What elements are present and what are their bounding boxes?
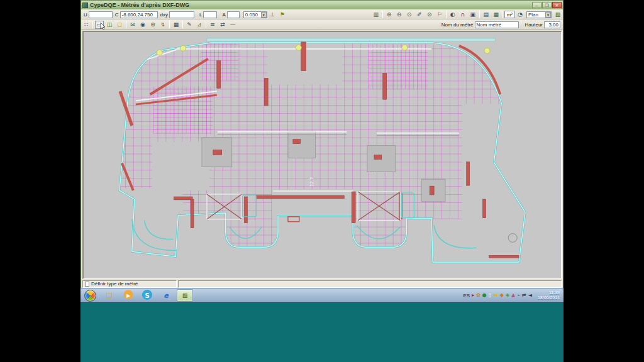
taskbar-media-player[interactable]: ▶ [120,289,136,302]
unlock-icon[interactable]: ◫ [105,21,114,29]
tray-icon[interactable]: ◆ [500,292,504,299]
metre-name-label: Nom du métré [441,22,474,28]
u-field[interactable] [89,11,113,18]
zoom-in-icon[interactable]: ⊕ [385,11,394,19]
disc-icon[interactable]: ◉ [138,21,147,29]
coordinates-toolbar: U C -8.600,24.750 dxy L A 0.050 ▾ ⊥ ⚑ ▥ … [81,9,563,19]
balcony-arcs [132,219,477,251]
floor-plan: 12.7 [84,32,561,278]
close-button[interactable]: ✕ [552,2,562,8]
layers-icon[interactable]: ▥ [372,11,380,19]
tray-icon[interactable]: ◈ [506,292,509,299]
pan-icon[interactable]: ⚐ [435,11,444,19]
tray-icon[interactable]: ⇄ [522,292,526,299]
points-icon[interactable]: ∷ [82,21,91,29]
folder-icon[interactable]: ▧ [553,11,562,19]
edit-icon[interactable]: ✎ [185,21,194,29]
start-button[interactable] [84,290,96,302]
titlebar[interactable]: CypeDQE - Métrés d'après DXF-DWG – ❐ ✕ [81,1,563,9]
view-select[interactable]: Plan ▾ [526,11,552,18]
dash-icon[interactable]: — [228,21,237,29]
taskbar: ❏ ▶ S e ▨ ES ▸ ✿ ● ▯ ▬ ◆ ◈ ▲ ⌁ ⇄ ◄ 11:39… [80,288,564,302]
grid-icon[interactable]: ▦ [172,21,180,29]
sphere-icon[interactable]: ◔ [516,11,525,19]
field-label-c: C [115,12,119,18]
tray-icon[interactable]: ▸ [472,292,474,299]
dxy-field[interactable] [169,11,194,18]
height-field[interactable]: 3.00 [544,21,560,28]
cypedqe-window: CypeDQE - Métrés d'après DXF-DWG – ❐ ✕ U… [80,0,564,288]
taskbar-skype[interactable]: S [139,289,155,302]
clock-date: 18/06/2014 [538,295,560,300]
field-label-a: A [222,12,225,18]
field-label-dxy: dxy [160,12,168,18]
mail-icon[interactable]: ✉ [128,21,137,29]
height-label: Hauteur [525,22,543,28]
snap-select[interactable]: 0.050 ▾ [243,11,267,18]
tray-icon[interactable]: ▲ [511,292,515,299]
system-tray: ES ▸ ✿ ● ▯ ▬ ◆ ◈ ▲ ⌁ ⇄ ◄ 11:39 18/06/201… [463,290,564,300]
level-marker: 12.7 [309,177,314,187]
field-label-u: U [84,12,87,18]
measure-icon[interactable]: ✐ [415,11,424,19]
app-icon [82,3,88,8]
ortho-icon[interactable]: ⊥ [268,11,277,19]
print-icon[interactable]: ▦ [492,11,501,19]
square-meters-button[interactable]: m² [504,11,515,18]
magnet-snap-icon[interactable]: ∩ [458,11,467,19]
hint-icon [85,282,89,287]
zoom-previous-icon[interactable]: ⊘ [425,11,434,19]
status-hint: Définir type de métré [91,281,138,287]
sphere-icon[interactable]: ⊕ [148,21,157,29]
flag-icon[interactable]: ⚑ [278,11,287,19]
taskbar-explorer[interactable]: ❏ [101,289,118,302]
maximize-button[interactable]: ❐ [542,2,552,8]
zoom-extents-icon[interactable]: ⊙ [405,11,414,19]
zoom-out-icon[interactable]: ⊖ [395,11,404,19]
lightning-icon[interactable]: ↯ [158,21,167,29]
language-indicator[interactable]: ES [463,293,470,299]
speaker-icon[interactable]: ◄ [528,292,532,299]
a-field[interactable] [227,11,240,18]
frame-icon[interactable]: ▣ [469,11,477,19]
tray-icon[interactable]: ✿ [476,292,480,299]
l-field[interactable] [203,11,217,18]
coordinates-field[interactable]: -8.600,24.750 [120,11,158,18]
list-icon[interactable]: ≡ [208,21,217,29]
minimize-button[interactable]: – [532,2,541,8]
plan-grid [109,37,534,278]
clock-time: 11:39 [538,290,560,295]
tray-icon[interactable]: ▯ [489,292,491,299]
taskbar-clock[interactable]: 11:39 18/06/2014 [534,290,562,300]
metre-name-field[interactable]: Nom métré [475,21,519,28]
swap-icon[interactable]: ⇄ [218,21,227,29]
taskbar-internet-explorer[interactable]: e [158,289,174,302]
drawing-area[interactable]: 12.7 [82,31,562,279]
lock-icon[interactable]: ◻ [115,21,124,29]
video-frame: CypeDQE - Métrés d'après DXF-DWG – ❐ ✕ U… [0,0,644,362]
tray-icon[interactable]: ⌁ [517,292,520,299]
chevron-down-icon: ▾ [261,12,267,18]
tools-toolbar: ∷ ▭ ◫ ◻ ✉ ◉ ⊕ ↯ ▦ ✎ ⊿ ≡ ⇄ — Nom du métré… [81,19,563,30]
redraw-icon[interactable]: ◐ [448,11,457,19]
desktop-background [80,302,564,362]
statusbar: Définir type de métré [81,279,563,288]
triangle-icon[interactable]: ⊿ [195,21,204,29]
tray-icon[interactable]: ▬ [493,292,498,299]
window-title: CypeDQE - Métrés d'après DXF-DWG [90,2,189,8]
field-label-l: L [199,12,202,18]
taskbar-cype-active[interactable]: ▨ [177,289,193,302]
new-document-icon[interactable]: ▤ [482,11,491,19]
chevron-down-icon: ▾ [545,12,551,18]
tray-icon[interactable]: ● [482,292,487,299]
mouse-cursor [100,22,106,30]
